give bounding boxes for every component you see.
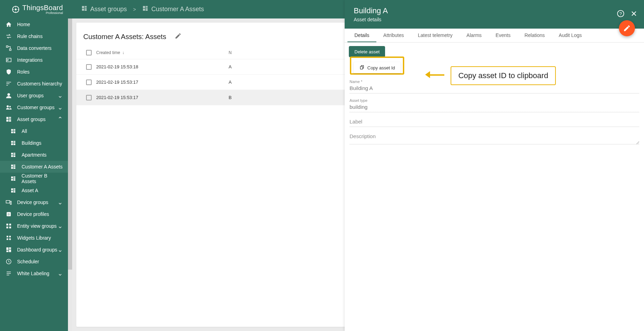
svg-rect-16 [6,224,8,225]
select-all-checkbox[interactable] [86,50,92,55]
column-created-time[interactable]: Created time ↓ [96,50,229,55]
field-type-input[interactable]: building [350,103,639,112]
sidebar-item-customer-a-assets[interactable]: Customer A Assets [0,161,68,173]
tab-audit-logs[interactable]: Audit Logs [552,29,589,42]
tab-alarms[interactable]: Alarms [460,29,489,42]
format-icon [5,270,12,277]
sort-icon: ↓ [122,50,124,55]
breadcrumb-level1[interactable]: Asset groups [90,6,127,13]
sidebar-item-data-converters[interactable]: Data converters [0,42,68,54]
svg-rect-22 [7,239,8,240]
svg-rect-18 [6,227,8,228]
svg-point-9 [7,93,10,96]
tab-latest-telemetry[interactable]: Latest telemetry [411,29,460,42]
svg-rect-23 [9,238,11,240]
svg-rect-26 [9,249,11,252]
tab-relations[interactable]: Relations [518,29,552,42]
edit-fab-button[interactable] [619,20,635,36]
cell-created: 2021-02-19 15:53:17 [96,80,229,85]
sidebar-item-label: Widgets Library [17,235,51,241]
arrow-icon [419,69,444,82]
badge-icon: D [5,211,12,217]
field-type-label: Asset type [350,98,639,103]
svg-rect-7 [9,49,11,51]
devices-icon [5,199,12,205]
close-icon[interactable] [630,10,638,17]
field-description-input[interactable]: Description [350,132,639,144]
sidebar-item-label: Entity view groups [17,223,57,229]
tab-attributes[interactable]: Attributes [376,29,411,42]
help-icon[interactable]: ? [617,10,624,17]
sidebar-item-asset-groups[interactable]: Asset groups⌃ [0,113,68,125]
sidebar-item-integrations[interactable]: Integrations [0,54,68,66]
delete-asset-button[interactable]: Delete asset [349,46,385,57]
view-icon [5,223,12,229]
sidebar-item-buildings[interactable]: Buildings [0,137,68,149]
domain-icon [81,5,87,13]
domain-icon [10,164,17,170]
breadcrumb-level2[interactable]: Customer A Assets [151,6,204,13]
tab-details[interactable]: Details [347,29,376,42]
row-checkbox[interactable] [86,80,92,85]
scrollbar-thumb[interactable] [68,18,72,270]
people-icon [5,104,12,111]
sidebar-item-label: Home [17,22,30,27]
detail-title: Building A [354,6,635,15]
svg-text:D: D [8,213,10,216]
sidebar-item-dashboard-groups[interactable]: Dashboard groups⌄ [0,244,68,256]
detail-tabs: Details Attributes Latest telemetry Alar… [345,29,644,43]
chevron-down-icon: ⌄ [58,104,63,111]
domain-icon [142,5,148,13]
svg-rect-24 [6,247,8,250]
edit-icon[interactable] [175,32,182,41]
sidebar-item-scheduler[interactable]: Scheduler [0,256,68,268]
svg-rect-20 [7,236,8,238]
sidebar-item-device-groups[interactable]: Device groups⌄ [0,196,68,208]
sidebar: Home Rule chains Data converters Integra… [0,18,68,331]
field-name-input[interactable]: Building A [350,84,639,93]
sidebar-item-all[interactable]: All [0,125,68,137]
copy-asset-id-button[interactable]: Copy asset Id [353,62,401,73]
highlight-annotation: Copy asset Id [350,57,404,75]
sidebar-item-roles[interactable]: Roles [0,66,68,78]
sidebar-item-label: White Labeling [17,271,49,276]
cell-created: 2021-02-19 15:53:18 [96,64,229,69]
tab-events[interactable]: Events [489,29,518,42]
domain-icon [5,116,12,122]
svg-rect-21 [9,236,11,238]
sidebar-item-widgets-library[interactable]: Widgets Library [0,232,68,244]
field-label-input[interactable]: Label [350,117,639,127]
sidebar-item-label: Customer B Assets [22,173,63,184]
sidebar-item-label: Buildings [22,140,41,146]
chevron-down-icon: ⌄ [58,92,63,99]
sidebar-item-customers-hierarchy[interactable]: Customers hierarchy [0,78,68,90]
clock-icon [5,258,12,265]
logo[interactable]: ThingsBoard Professional [0,4,68,15]
sidebar-item-user-groups[interactable]: User groups⌄ [0,90,68,101]
copy-button-label: Copy asset Id [367,65,395,70]
input-icon [5,57,12,63]
sidebar-item-label: Asset groups [17,116,46,122]
domain-icon [10,152,17,158]
row-checkbox[interactable] [86,64,92,70]
sidebar-item-customer-groups[interactable]: Customer groups⌄ [0,101,68,113]
copy-icon [359,65,365,71]
sidebar-item-entity-view-groups[interactable]: Entity view groups⌄ [0,220,68,232]
svg-point-11 [9,106,11,108]
sidebar-item-label: Dashboard groups [17,247,57,253]
sidebar-item-customer-b-assets[interactable]: Customer B Assets [0,173,68,185]
sidebar-item-device-profiles[interactable]: DDevice profiles [0,208,68,220]
user-icon [5,92,12,99]
chevron-down-icon: ⌄ [58,198,63,206]
breadcrumb-separator: > [133,7,136,12]
sidebar-item-rule-chains[interactable]: Rule chains [0,30,68,42]
sidebar-item-apartments[interactable]: Apartments [0,149,68,161]
sidebar-item-white-labeling[interactable]: White Labeling⌄ [0,268,68,279]
sidebar-item-home[interactable]: Home [0,18,68,30]
sidebar-item-asset-a[interactable]: Asset A [0,185,68,196]
svg-point-10 [7,105,9,107]
sidebar-item-label: Integrations [17,57,43,63]
sidebar-item-label: Customer groups [17,105,54,110]
row-checkbox[interactable] [86,95,92,100]
chevron-down-icon: ⌄ [58,222,63,230]
